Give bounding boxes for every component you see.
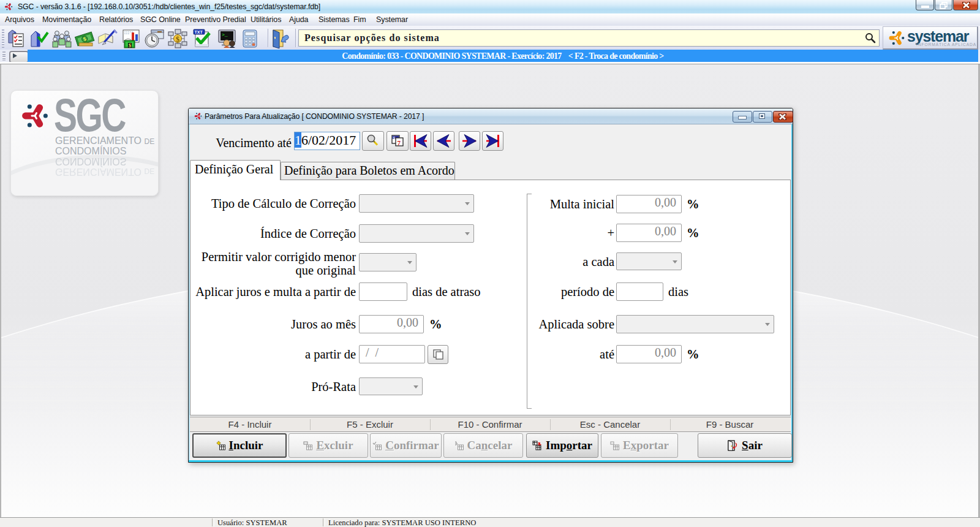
svg-text:TXT: TXT [195, 30, 203, 34]
svg-text:S: S [393, 136, 396, 140]
svg-text:$: $ [129, 43, 131, 48]
svg-text:7: 7 [398, 139, 401, 146]
svg-text:$: $ [176, 35, 179, 44]
svg-text:>_: >_ [222, 32, 228, 37]
